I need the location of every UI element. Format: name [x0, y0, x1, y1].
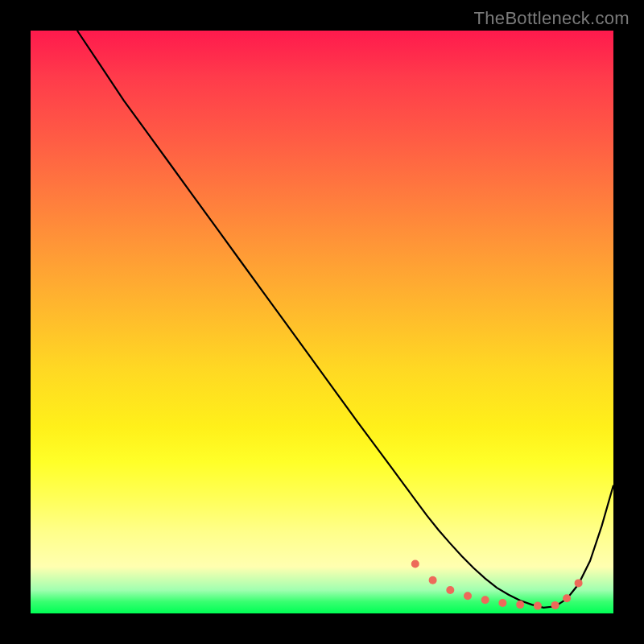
- marker-dot: [411, 560, 419, 568]
- marker-dot: [429, 576, 437, 584]
- marker-dot: [516, 601, 524, 609]
- marker-dot: [481, 596, 489, 604]
- marker-dot: [563, 594, 571, 602]
- marker-group: [411, 560, 583, 610]
- marker-dot: [446, 586, 454, 594]
- curve-line: [77, 31, 613, 608]
- marker-dot: [534, 602, 542, 610]
- watermark-text: TheBottleneck.com: [474, 8, 630, 29]
- chart-svg: [31, 31, 613, 613]
- marker-dot: [575, 579, 583, 587]
- marker-dot: [464, 592, 472, 600]
- chart-frame: TheBottleneck.com: [0, 0, 644, 644]
- marker-dot: [498, 599, 506, 607]
- plot-area: [31, 31, 613, 613]
- marker-dot: [551, 601, 559, 609]
